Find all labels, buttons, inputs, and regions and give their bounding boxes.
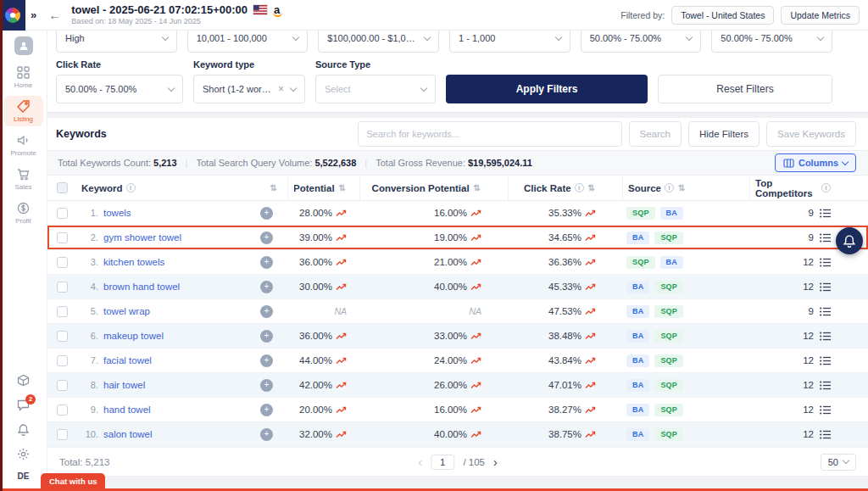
keyword-expand-icon[interactable]: + bbox=[260, 281, 273, 293]
next-page-icon[interactable]: › bbox=[493, 455, 498, 469]
apply-filters-button[interactable]: Apply Filters bbox=[446, 75, 648, 103]
columns-button[interactable]: Columns bbox=[775, 153, 856, 172]
competitors-list-icon[interactable] bbox=[820, 307, 831, 316]
competitors-list-icon[interactable] bbox=[820, 430, 831, 439]
competitors-list-icon[interactable] bbox=[820, 233, 831, 243]
page-size-select[interactable]: 50 bbox=[821, 454, 856, 471]
source-badge-ba: BA bbox=[660, 256, 683, 269]
filter-select-3[interactable]: 1 - 1,000 bbox=[449, 31, 570, 53]
competitors-list-icon[interactable] bbox=[820, 405, 831, 415]
row-checkbox[interactable] bbox=[57, 405, 68, 416]
header-click-rate[interactable]: Click Ratei ⇅ bbox=[509, 176, 623, 200]
keyword-type-select[interactable]: Short (1-2 words) × bbox=[193, 75, 305, 103]
sidebar-item-home[interactable]: Home bbox=[4, 62, 43, 92]
keyword-expand-icon[interactable]: + bbox=[260, 428, 273, 441]
reset-filters-button[interactable]: Reset Filters bbox=[658, 75, 832, 103]
keyword-expand-icon[interactable]: + bbox=[260, 207, 273, 220]
source-type-select[interactable]: Select bbox=[315, 75, 436, 103]
update-metrics-button[interactable]: Update Metrics bbox=[781, 6, 860, 25]
sidebar-item-profit[interactable]: Profit bbox=[4, 198, 43, 228]
keyword-expand-icon[interactable]: + bbox=[260, 232, 273, 244]
floating-notifications-button[interactable] bbox=[836, 227, 863, 254]
keyword-expand-icon[interactable]: + bbox=[260, 404, 273, 416]
keyword-expand-icon[interactable]: + bbox=[260, 305, 273, 318]
row-rank: 8. bbox=[80, 380, 98, 390]
keyword-link[interactable]: towels bbox=[103, 208, 131, 218]
competitors-count: 12 bbox=[803, 257, 814, 267]
keyword-expand-icon[interactable]: + bbox=[260, 354, 273, 367]
user-avatar[interactable] bbox=[14, 36, 33, 55]
header-source[interactable]: Sourcei ⇅ bbox=[623, 176, 750, 200]
gear-icon[interactable] bbox=[17, 448, 30, 460]
row-checkbox[interactable] bbox=[57, 429, 68, 440]
filter-select-1[interactable]: 10,001 - 100,000 bbox=[187, 31, 309, 53]
header-conversion-potential[interactable]: Conversion Potential ⇅ bbox=[360, 176, 509, 200]
app-logo[interactable] bbox=[0, 0, 25, 31]
locale-label[interactable]: DE bbox=[18, 471, 30, 481]
row-checkbox[interactable] bbox=[57, 380, 68, 391]
filter-select-0[interactable]: High bbox=[56, 31, 177, 53]
row-checkbox[interactable] bbox=[57, 355, 68, 366]
competitors-list-icon[interactable] bbox=[820, 356, 831, 365]
header-top-competitors[interactable]: Top Competitorsi bbox=[750, 176, 868, 200]
table-body: 1.towels+28.00%16.00%35.33%SQPBA92.gym s… bbox=[47, 201, 868, 447]
row-checkbox[interactable] bbox=[57, 232, 68, 243]
row-checkbox[interactable] bbox=[57, 208, 68, 219]
keyword-link[interactable]: salon towel bbox=[103, 429, 153, 439]
sort-icon[interactable]: ⇅ bbox=[678, 183, 685, 192]
back-arrow-icon[interactable]: ← bbox=[48, 8, 61, 22]
sort-icon[interactable]: ⇅ bbox=[588, 183, 595, 192]
save-keywords-button[interactable]: Save Keywords bbox=[766, 121, 856, 147]
header-keyword[interactable]: Keywordi ⇅ bbox=[76, 176, 288, 200]
chevron-down-icon bbox=[290, 84, 297, 91]
keyword-expand-icon[interactable]: + bbox=[260, 330, 273, 343]
metric-value: 47.53% bbox=[548, 306, 581, 316]
competitors-list-icon[interactable] bbox=[820, 332, 831, 341]
competitors-list-icon[interactable] bbox=[820, 381, 831, 390]
row-checkbox[interactable] bbox=[57, 331, 68, 342]
package-icon[interactable] bbox=[17, 374, 30, 387]
bell-icon[interactable] bbox=[17, 423, 30, 436]
current-page-box[interactable]: 1 bbox=[431, 455, 454, 470]
keyword-expand-icon[interactable]: + bbox=[260, 379, 273, 392]
sort-icon[interactable]: ⇅ bbox=[270, 183, 277, 192]
sidebar-item-listing[interactable]: Listing bbox=[4, 96, 43, 126]
competitors-list-icon[interactable] bbox=[820, 258, 831, 267]
search-button[interactable]: Search bbox=[629, 121, 682, 147]
prev-page-icon[interactable]: ‹ bbox=[418, 455, 422, 469]
competitors-list-icon[interactable] bbox=[820, 282, 831, 292]
keyword-link[interactable]: makeup towel bbox=[103, 331, 164, 341]
sort-icon[interactable]: ⇅ bbox=[474, 183, 481, 192]
filter-select-4[interactable]: 50.00% - 75.00% bbox=[581, 31, 702, 53]
keyword-link[interactable]: towel wrap bbox=[103, 306, 150, 316]
sidebar-item-sales[interactable]: Sales bbox=[4, 164, 43, 194]
keyword-search-input[interactable] bbox=[358, 121, 622, 147]
trend-up-icon bbox=[585, 209, 596, 217]
filter-chip-button[interactable]: Towel - United States bbox=[671, 6, 774, 25]
keyword-link[interactable]: kitchen towels bbox=[103, 257, 164, 267]
sidebar-item-promote[interactable]: Promote bbox=[4, 130, 43, 160]
click-rate-select[interactable]: 50.00% - 75.00% bbox=[56, 75, 183, 103]
sort-icon[interactable]: ⇅ bbox=[339, 183, 346, 192]
metric-value: 47.01% bbox=[548, 380, 581, 390]
competitors-list-icon[interactable] bbox=[820, 209, 831, 218]
row-checkbox[interactable] bbox=[57, 257, 68, 268]
row-checkbox[interactable] bbox=[57, 306, 68, 317]
keyword-link[interactable]: hand towel bbox=[103, 405, 151, 415]
filter-select-2[interactable]: $100,000.00 - $1,000,00... bbox=[318, 31, 439, 53]
hide-filters-button[interactable]: Hide Filters bbox=[688, 121, 760, 147]
filter-select-5[interactable]: 50.00% - 75.00% bbox=[711, 31, 832, 53]
chat-with-us-button[interactable]: Chat with us bbox=[41, 473, 105, 491]
sidebar-expand-icon[interactable]: » bbox=[31, 8, 36, 21]
keyword-link[interactable]: facial towel bbox=[103, 355, 152, 365]
keyword-link[interactable]: brown hand towel bbox=[103, 282, 180, 292]
remove-tag-icon[interactable]: × bbox=[278, 83, 284, 95]
keyword-expand-icon[interactable]: + bbox=[260, 256, 273, 269]
logo-icon bbox=[5, 8, 20, 23]
select-all-checkbox[interactable] bbox=[57, 182, 68, 193]
keyword-link[interactable]: hair towel bbox=[103, 380, 145, 390]
chat-icon[interactable]: 2 bbox=[17, 399, 30, 411]
keyword-link[interactable]: gym shower towel bbox=[103, 232, 181, 243]
header-search-potential[interactable]: Search Potential ⇅ bbox=[288, 176, 360, 200]
row-checkbox[interactable] bbox=[57, 282, 68, 293]
